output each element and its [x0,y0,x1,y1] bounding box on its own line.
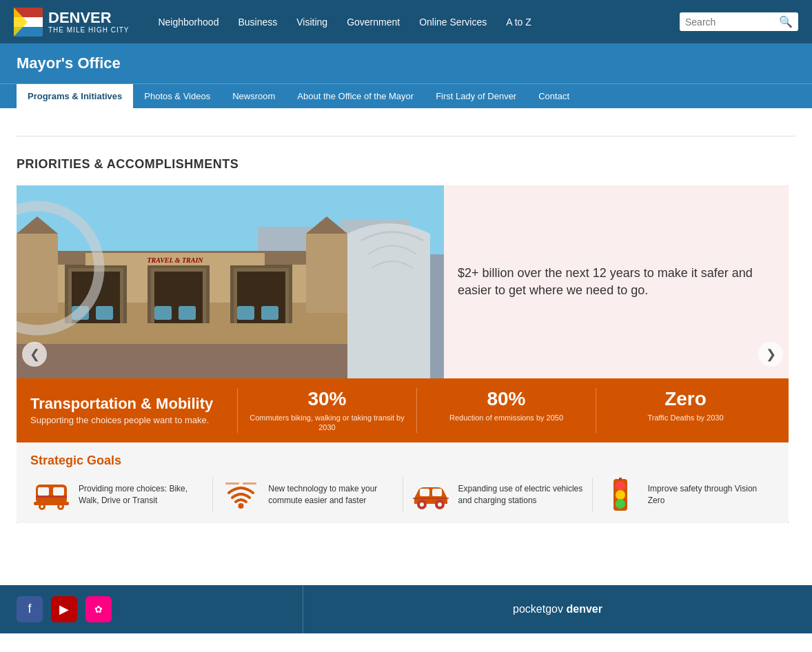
main-nav-links: Neighborhood Business Visiting Governmen… [150,11,680,33]
svg-text:TRAVEL & TRAIN: TRAVEL & TRAIN [147,256,203,264]
svg-point-49 [59,505,62,508]
goal-text-3: Improve safety through Vision Zero [648,483,775,507]
svg-rect-52 [225,482,239,485]
stat-emissions: 80% Reduction of emmissions by 2050 [416,388,596,433]
flickr-icon: ✿ [94,604,103,615]
strategic-goals-title: Strategic Goals [30,454,775,468]
slide-stats: 30% Commuters biking, walking or taking … [237,388,775,433]
nav-online-services[interactable]: Online Services [411,11,495,33]
subnav-photos[interactable]: Photos & Videos [133,84,221,108]
stat-number-1: 80% [427,388,585,410]
stat-commuters: 30% Commuters biking, walking or taking … [237,388,416,433]
logo-link[interactable]: DENVER THE MILE HIGH CITY [14,8,129,37]
svg-rect-40 [17,344,347,378]
stat-label-2: Traffic Deaths by 2030 [607,413,764,422]
footer: f ▶ ✿ pocketgov denver [0,585,812,633]
chevron-right-icon: ❯ [766,347,776,362]
mayors-office-header: Mayor's Office [0,43,812,83]
footer-pocketgov: pocketgov denver [303,585,812,633]
svg-rect-64 [619,478,622,480]
site-tagline: THE MILE HIGH CITY [48,26,129,34]
search-input[interactable] [685,17,775,28]
nav-business[interactable]: Business [230,11,285,33]
svg-point-63 [616,499,625,509]
stat-label-0: Commuters biking, walking or taking tran… [248,413,406,433]
goal-electric-vehicles: Expanding use of electric vehicles and c… [410,478,585,512]
youtube-icon: ▶ [59,602,69,617]
search-icon: 🔍 [779,16,793,28]
slide-orange-title-area: Transportation & Mobility Supporting the… [30,395,237,425]
nav-visiting[interactable]: Visiting [288,11,336,33]
goal-technology: New technology to make your commute easi… [220,478,395,512]
carousel-prev-button[interactable]: ❮ [22,342,47,367]
svg-rect-43 [38,487,49,496]
site-name: DENVER [48,10,129,26]
svg-rect-54 [420,489,429,496]
social-youtube-button[interactable]: ▶ [51,596,77,622]
nav-neighborhood[interactable]: Neighborhood [150,11,227,33]
search-button[interactable]: 🔍 [779,15,793,28]
svg-point-62 [616,490,625,500]
goals-grid: Providing more choices: Bike, Walk, Driv… [30,478,775,512]
nav-a-to-z[interactable]: A to Z [498,11,540,33]
car-svg [410,479,451,510]
denver-logo-icon [14,8,43,37]
svg-rect-36 [237,306,254,320]
footer-social: f ▶ ✿ [0,585,303,633]
goal-divider-1 [212,478,213,512]
train-svg [32,479,70,510]
svg-rect-19 [17,234,58,313]
search-area: 🔍 [680,12,798,31]
goal-text-2: Expanding use of electric vehicles and c… [458,483,585,507]
svg-rect-53 [243,482,256,485]
subnav-first-lady[interactable]: First Lady of Denver [425,84,527,108]
pocketgov-label: pocketgov denver [513,603,602,615]
svg-rect-33 [96,306,113,320]
subnav-programs[interactable]: Programs & Initiatives [17,84,133,108]
svg-rect-50 [36,496,67,498]
stat-label-1: Reduction of emmissions by 2050 [427,413,585,422]
top-navigation: DENVER THE MILE HIGH CITY Neighborhood B… [0,0,812,43]
goal-vision-zero: Improve safety through Vision Zero [600,478,775,512]
strategic-goals-section: Strategic Goals [17,442,789,523]
social-flickr-button[interactable]: ✿ [85,596,112,622]
stat-traffic: Zero Traffic Deaths by 2030 [596,388,775,433]
carousel-next-button[interactable]: ❯ [758,342,783,367]
svg-rect-35 [179,306,196,320]
traffic-light-svg [607,478,634,512]
pocketgov-denver: denver [566,603,602,615]
goal-text-0: Providing more choices: Bike, Walk, Driv… [79,483,205,507]
slide-photo: TRAVEL & TRAIN [17,185,444,378]
slide-subtitle: Supporting the choices people want to ma… [30,415,237,425]
svg-rect-37 [261,306,278,320]
section-title: PRIORITIES & ACCOMPLISHMENTS [17,157,795,172]
goal-transit: Providing more choices: Bike, Walk, Driv… [30,478,205,512]
svg-point-61 [616,481,625,491]
logo-text: DENVER THE MILE HIGH CITY [48,10,129,34]
svg-point-58 [420,502,424,507]
svg-rect-20 [306,234,347,313]
stat-number-2: Zero [607,388,764,410]
nav-government[interactable]: Government [338,11,408,33]
svg-rect-34 [154,306,172,320]
chevron-left-icon: ❮ [30,347,40,362]
subnav-about[interactable]: About the Office of the Mayor [286,84,425,108]
svg-point-59 [438,502,442,507]
slide-text-box: $2+ billion over the next 12 years to ma… [444,185,789,378]
social-facebook-button[interactable]: f [17,596,43,622]
subnav-newsroom[interactable]: Newsroom [221,84,286,108]
main-content: PRIORITIES & ACCOMPLISHMENTS ❮ ❯ [0,108,812,544]
pocketgov-text: pocketgov [513,603,563,615]
slide-orange-bar: Transportation & Mobility Supporting the… [17,378,789,442]
carousel-slide: TRAVEL & TRAIN $2+ billion over the next… [17,185,789,523]
svg-point-48 [41,505,43,508]
carousel: ❮ ❯ [17,185,789,523]
svg-point-51 [238,503,243,509]
mayors-office-title: Mayor's Office [17,54,795,72]
goal-divider-2 [403,478,403,512]
content-divider [17,136,795,136]
svg-rect-45 [34,502,69,505]
subnav-contact[interactable]: Contact [527,84,580,108]
goal-divider-3 [592,478,593,512]
sub-navigation: Programs & Initiatives Photos & Videos N… [0,83,812,108]
